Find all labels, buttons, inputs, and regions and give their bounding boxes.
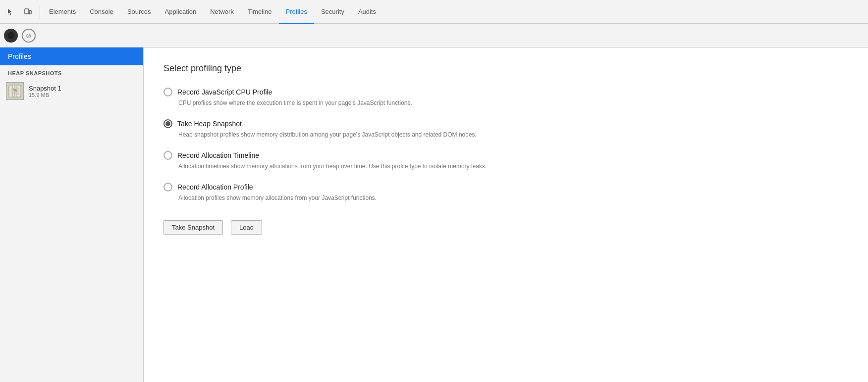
option-group-allocation-timeline: Record Allocation Timeline Allocation ti… (163, 151, 848, 171)
snapshot-size: 15.9 MB (29, 92, 61, 98)
snapshot-item[interactable]: % Snapshot 1 15.9 MB (0, 79, 143, 103)
option-title-allocation-timeline: Record Allocation Timeline (177, 151, 259, 159)
radio-cpu[interactable] (163, 88, 172, 96)
content-area: ⊘ Profiles HEAP SNAPSHOTS (0, 24, 868, 382)
sidebar-header: Profiles (0, 48, 143, 65)
radio-allocation-profile[interactable] (163, 183, 172, 191)
snapshot-info: Snapshot 1 15.9 MB (29, 85, 61, 98)
tab-network[interactable]: Network (203, 0, 241, 24)
radio-allocation-timeline[interactable] (163, 151, 172, 160)
option-desc-cpu: CPU profiles show where the execution ti… (178, 98, 848, 107)
section-title: Select profiling type (163, 63, 848, 74)
tab-timeline[interactable]: Timeline (241, 0, 279, 24)
option-title-allocation-profile: Record Allocation Profile (177, 183, 253, 191)
second-toolbar: ⊘ (0, 24, 868, 48)
svg-text:%: % (13, 88, 16, 93)
svg-rect-0 (25, 9, 29, 14)
top-toolbar: Elements Console Sources Application Net… (0, 0, 868, 24)
option-group-heap: Take Heap Snapshot Heap snapshot profile… (163, 119, 848, 139)
record-button[interactable] (4, 29, 18, 43)
nav-tabs: Elements Console Sources Application Net… (42, 0, 383, 23)
clear-button[interactable]: ⊘ (22, 29, 36, 43)
load-button[interactable]: Load (231, 220, 262, 235)
option-desc-heap: Heap snapshot profiles show memory distr… (178, 130, 848, 139)
device-toggle-button[interactable] (21, 5, 35, 19)
tab-sources[interactable]: Sources (120, 0, 158, 24)
option-group-allocation-profile: Record Allocation Profile Allocation pro… (163, 183, 848, 202)
cursor-tool-button[interactable] (4, 5, 18, 19)
option-label-allocation-timeline[interactable]: Record Allocation Timeline (163, 151, 848, 160)
tab-audits[interactable]: Audits (351, 0, 383, 24)
option-title-heap: Take Heap Snapshot (177, 120, 242, 128)
main-layout: Profiles HEAP SNAPSHOTS % (0, 48, 868, 382)
action-buttons: Take Snapshot Load (163, 220, 848, 235)
option-group-cpu: Record JavaScript CPU Profile CPU profil… (163, 88, 848, 107)
sidebar-profiles-label: Profiles (8, 52, 31, 60)
no-sign-icon: ⊘ (26, 32, 32, 39)
tab-security[interactable]: Security (314, 0, 351, 24)
radio-heap[interactable] (163, 119, 172, 128)
snapshot-name: Snapshot 1 (29, 85, 61, 92)
option-label-heap[interactable]: Take Heap Snapshot (163, 119, 848, 128)
snapshot-icon: % (6, 82, 24, 100)
tab-elements[interactable]: Elements (42, 0, 83, 24)
tab-profiles[interactable]: Profiles (279, 0, 314, 24)
option-label-allocation-profile[interactable]: Record Allocation Profile (163, 183, 848, 191)
tab-application[interactable]: Application (158, 0, 204, 24)
svg-rect-1 (29, 10, 31, 14)
option-desc-allocation-timeline: Allocation timelines show memory allocat… (178, 162, 848, 171)
sidebar: Profiles HEAP SNAPSHOTS % (0, 48, 144, 382)
option-label-cpu[interactable]: Record JavaScript CPU Profile (163, 88, 848, 96)
main-content: Select profiling type Record JavaScript … (144, 48, 868, 382)
take-snapshot-button[interactable]: Take Snapshot (163, 220, 223, 235)
option-desc-allocation-profile: Allocation profiles show memory allocati… (178, 193, 848, 202)
record-dot (7, 32, 14, 39)
toolbar-icon-group (4, 5, 40, 19)
option-title-cpu: Record JavaScript CPU Profile (177, 88, 272, 96)
sidebar-section-title: HEAP SNAPSHOTS (0, 65, 143, 79)
profiling-options: Record JavaScript CPU Profile CPU profil… (163, 88, 848, 202)
tab-console[interactable]: Console (83, 0, 120, 24)
